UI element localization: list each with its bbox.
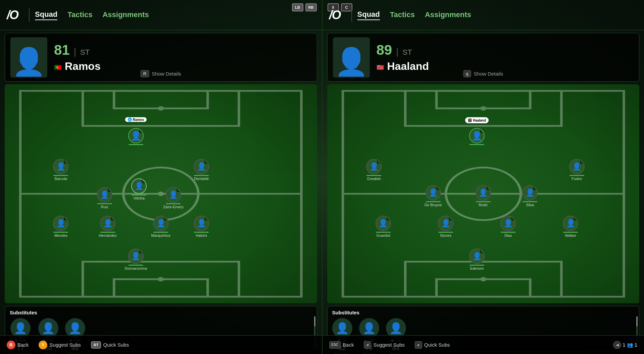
svg-rect-14	[436, 91, 530, 108]
left-back-label: Back	[17, 342, 29, 348]
left-selected-player-card: ▲ 👤 81 | ST 🇵🇹 Ramos R Sh	[5, 33, 317, 82]
sub-arrow-lee-kang-in: ▼	[28, 318, 31, 321]
svg-rect-4	[114, 91, 208, 108]
right-selected-player-card: ▼ 👤 89 | ST 🇳🇴 Haaland q	[327, 33, 640, 82]
right-active-player-label: ⊞ Haaland	[465, 117, 489, 123]
left-tab-tactics[interactable]: Tactics	[67, 10, 92, 20]
right-subs-title: Substitutes	[332, 310, 635, 315]
right-field-player-ederson[interactable]: 👤 86 Ederson	[469, 249, 485, 270]
right-quick-subs-button[interactable]: e	[415, 341, 422, 349]
field-player-mendes[interactable]: 👤 83 Mendes	[53, 216, 68, 237]
right-header: /O Squad Tactics Assignments	[323, 0, 644, 30]
right-field-player-stones[interactable]: 👤 85 Stones	[438, 216, 453, 237]
right-show-details-key: q	[463, 70, 471, 77]
nav-count: 1	[623, 342, 625, 348]
left-field: 👤 81 A Ramos 👤 82	[5, 84, 317, 303]
field-player-dembele[interactable]: 👤 87 Dembélé	[194, 159, 209, 181]
left-quick-subs-label: Quick Subs	[103, 342, 129, 348]
right-field-player-silva[interactable]: 👤 86 Silva	[522, 185, 538, 207]
left-player-name: Ramos	[65, 60, 101, 73]
left-back-button[interactable]: B	[7, 341, 15, 349]
left-suggest-subs-label: Suggest Subs	[49, 342, 81, 348]
right-field-player-gvardiol[interactable]: 👤 85 Gvardiol	[376, 216, 391, 237]
header-divider	[29, 8, 30, 22]
field-player-hernandez[interactable]: 👤 83 Hernández	[99, 216, 117, 237]
right-field-player-dias[interactable]: 👤 87 Dias	[500, 216, 516, 237]
right-scroll-thumb	[636, 316, 638, 326]
nav-icon: 👥	[627, 342, 633, 348]
svg-point-8	[158, 106, 164, 110]
left-subs-title: Substitutes	[10, 310, 312, 315]
right-tab-squad[interactable]: Squad	[357, 10, 380, 20]
right-player-photo: 👤	[333, 37, 370, 78]
svg-rect-16	[436, 279, 530, 297]
right-show-details[interactable]: q Show Details	[463, 70, 503, 77]
left-player-info: 81 | ST 🇵🇹 Ramos	[54, 42, 101, 73]
left-player-position: ST	[80, 48, 90, 57]
nav-arrows[interactable]: ◀ 1 👥 1	[613, 341, 637, 349]
left-suggest-subs-button[interactable]: Y	[39, 341, 47, 349]
right-back-action[interactable]: ESC Back	[329, 341, 354, 349]
field-player-vitinha[interactable]: 👤 87 Vitinha	[131, 178, 147, 200]
left-player-name-row: 🇵🇹 Ramos	[54, 60, 101, 73]
right-field-player-grealish[interactable]: 👤 83 Grealish	[366, 159, 382, 181]
left-show-details-label: Show Details	[152, 71, 181, 77]
left-player-rating: 81	[54, 42, 70, 58]
right-player-flag: 🇳🇴	[377, 64, 385, 69]
right-suggest-subs-label: Suggest Subs	[373, 342, 404, 348]
left-show-details-key: R	[141, 70, 149, 77]
left-player-flag: 🇵🇹	[54, 64, 62, 69]
field-player-ruiz[interactable]: 👤 82 Ruiz	[97, 187, 112, 209]
left-show-details[interactable]: R Show Details	[141, 70, 181, 77]
right-nav: Squad Tactics Assignments	[357, 10, 472, 20]
field-player-donnarumma[interactable]: 👤 87 Donnarumma	[125, 249, 147, 270]
left-player-rating-pos: 81 | ST	[54, 42, 101, 58]
right-quick-subs-label: Quick Subs	[424, 342, 450, 348]
left-quick-subs-button[interactable]: RT	[91, 341, 101, 349]
svg-point-18	[480, 106, 486, 110]
right-field-player-debruyne[interactable]: 👤 88 De Bruyne	[425, 185, 442, 207]
field-player-hakimi[interactable]: 👤 86 Hakimi	[194, 216, 209, 237]
right-tab-assignments[interactable]: Assignments	[425, 10, 471, 20]
right-player-name: Haaland	[387, 60, 429, 73]
left-scroll-thumb	[314, 316, 315, 326]
right-field-container: 👤 89 ⊞ Haaland 👤 83	[327, 84, 640, 303]
right-back-label: Back	[343, 342, 354, 348]
right-show-details-label: Show Details	[474, 71, 503, 77]
right-panel: /O Squad Tactics Assignments ▼ 👤	[323, 0, 644, 354]
right-suggest-subs-action[interactable]: d Suggest Subs	[364, 341, 404, 349]
right-logo: /O	[329, 8, 341, 22]
left-back-action[interactable]: B Back	[7, 341, 29, 349]
right-bottom-bar: ESC Back d Suggest Subs e Quick Subs ◀ 1…	[323, 335, 644, 354]
right-player-rating-pos: 89 | ST	[377, 42, 429, 58]
svg-point-19	[480, 277, 486, 281]
right-field-player-walker[interactable]: 👤 81 Walker	[563, 216, 578, 237]
right-field-player-rodri[interactable]: 👤 91 Rodri	[476, 185, 491, 207]
left-suggest-subs-action[interactable]: Y Suggest Subs	[39, 341, 81, 349]
left-field-container: 👤 81 A Ramos 👤 82	[5, 84, 317, 303]
field-lines-svg	[5, 84, 317, 303]
field-player-barcola[interactable]: 👤 82 Barcola	[53, 159, 68, 181]
field-player-marquinhos[interactable]: 👤 87 Marquinhos	[151, 216, 170, 237]
left-bottom-bar: B Back Y Suggest Subs RT Quick Subs	[0, 335, 322, 354]
right-player-position: ST	[403, 48, 412, 57]
right-suggest-subs-button[interactable]: d	[364, 341, 371, 349]
left-panel: /O Squad Tactics Assignments ▲ 👤	[0, 0, 322, 354]
right-player-rating: 89	[377, 42, 392, 58]
left-tab-assignments[interactable]: Assignments	[102, 10, 149, 20]
right-field: 👤 89 ⊞ Haaland 👤 83	[327, 84, 640, 303]
field-player-zaire-emery[interactable]: 👤 80 Zaïre-Emery	[163, 187, 184, 209]
right-back-button[interactable]: ESC	[329, 341, 341, 349]
right-quick-subs-action[interactable]: e Quick Subs	[415, 341, 450, 349]
bottom-right-info: ◀ 1 👥 1	[613, 341, 637, 349]
left-nav: Squad Tactics Assignments	[35, 10, 149, 20]
right-field-player-haaland[interactable]: 👤 89 ⊞ Haaland	[469, 128, 485, 145]
left-quick-subs-action[interactable]: RT Quick Subs	[91, 341, 129, 349]
team-count: 1	[635, 342, 637, 348]
nav-arrow-left[interactable]: ◀	[613, 341, 621, 349]
left-tab-squad[interactable]: Squad	[35, 10, 57, 20]
right-player-info: 89 | ST 🇳🇴 Haaland	[377, 42, 429, 73]
right-tab-tactics[interactable]: Tactics	[390, 10, 415, 20]
right-field-player-foden[interactable]: 👤 87 Foden	[569, 159, 585, 181]
field-player-ramos[interactable]: 👤 81 A Ramos	[128, 128, 144, 145]
